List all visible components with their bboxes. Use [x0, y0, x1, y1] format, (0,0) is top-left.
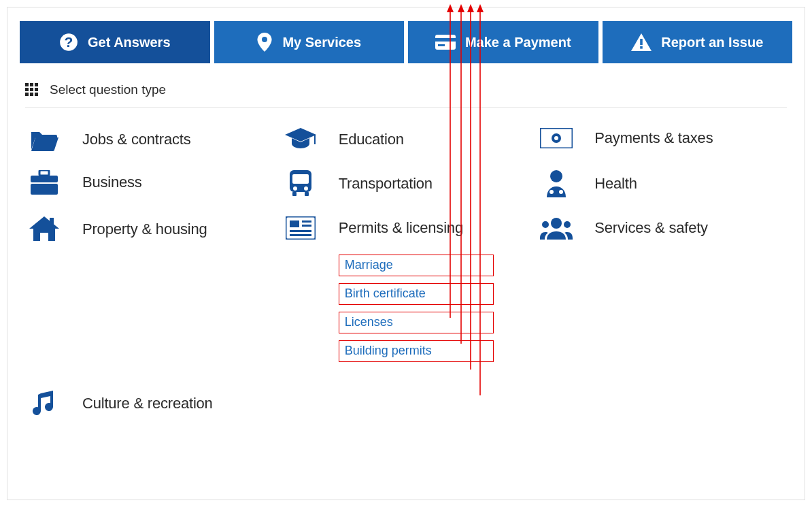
tab-label: Report an Issue	[661, 35, 763, 50]
users-icon	[540, 216, 573, 240]
category-property[interactable]: Property & housing	[25, 216, 275, 242]
tab-make-payment[interactable]: Make a Payment	[408, 21, 598, 63]
category-label: Transportation	[339, 175, 433, 193]
svg-rect-5	[438, 44, 445, 46]
category-label: Property & housing	[82, 220, 207, 238]
warning-icon	[631, 33, 652, 51]
permits-sublinks: Marriage Birth certificate Licenses Buil…	[339, 255, 531, 362]
money-bill-icon	[540, 128, 573, 148]
svg-rect-21	[39, 170, 49, 176]
svg-rect-36	[302, 220, 311, 223]
svg-rect-13	[35, 88, 38, 91]
svg-rect-9	[30, 83, 33, 86]
svg-rect-8	[25, 83, 29, 86]
grid-icon	[25, 83, 39, 97]
svg-rect-37	[302, 225, 311, 227]
category-payments[interactable]: Payments & taxes	[537, 128, 787, 148]
svg-rect-17	[314, 135, 316, 144]
category-education[interactable]: Education	[282, 128, 531, 151]
svg-point-26	[293, 186, 297, 191]
category-label: Services & safety	[594, 219, 708, 237]
newspaper-icon	[286, 216, 316, 240]
sublink-marriage[interactable]: Marriage	[339, 255, 494, 276]
category-label: Payments & taxes	[594, 129, 713, 147]
svg-point-40	[551, 218, 562, 229]
graduation-cap-icon	[285, 128, 316, 151]
selector-label: Select question type	[50, 82, 166, 97]
question-type-selector[interactable]: Select question type	[25, 82, 787, 108]
svg-rect-33	[50, 218, 54, 225]
category-label: Education	[339, 131, 404, 148]
svg-rect-4	[435, 38, 456, 42]
svg-point-30	[550, 170, 562, 182]
svg-rect-14	[25, 93, 29, 96]
svg-point-31	[549, 190, 554, 194]
music-note-icon	[33, 391, 56, 416]
svg-rect-22	[31, 176, 58, 182]
category-permits[interactable]: Permits & licensing	[282, 216, 531, 240]
category-health[interactable]: Health	[537, 170, 787, 197]
category-label: Health	[594, 175, 637, 193]
svg-point-42	[564, 221, 571, 228]
question-circle-icon: ?	[59, 33, 78, 52]
folder-open-icon	[30, 128, 58, 151]
svg-rect-12	[30, 88, 33, 91]
sublink-building[interactable]: Building permits	[339, 340, 494, 362]
svg-point-41	[542, 221, 549, 228]
svg-rect-6	[640, 39, 643, 45]
svg-rect-16	[35, 93, 38, 96]
svg-rect-10	[35, 83, 38, 86]
svg-rect-25	[292, 174, 309, 184]
category-label: Permits & licensing	[339, 219, 463, 237]
category-label: Culture & recreation	[82, 395, 213, 412]
svg-rect-39	[290, 234, 311, 236]
map-pin-icon	[256, 33, 273, 52]
category-culture[interactable]: Culture & recreation	[25, 391, 787, 416]
svg-rect-38	[290, 230, 311, 232]
svg-rect-7	[640, 46, 643, 49]
tab-label: Get Answers	[88, 35, 171, 50]
category-transportation[interactable]: Transportation	[282, 170, 531, 197]
tab-report-issue[interactable]: Report an Issue	[603, 21, 793, 63]
main-panel: ? Get Answers My Services Make a Payment…	[7, 7, 805, 500]
svg-rect-3	[435, 35, 456, 50]
briefcase-icon	[31, 170, 58, 195]
svg-rect-35	[290, 220, 299, 227]
svg-rect-23	[31, 184, 58, 195]
svg-text:?: ?	[65, 34, 73, 50]
svg-rect-15	[30, 93, 33, 96]
top-tabs: ? Get Answers My Services Make a Payment…	[20, 21, 792, 63]
category-label: Business	[82, 174, 142, 191]
house-icon	[29, 216, 59, 242]
tab-get-answers[interactable]: ? Get Answers	[20, 21, 210, 63]
category-business[interactable]: Business	[25, 170, 275, 195]
tab-label: Make a Payment	[465, 35, 571, 50]
doctor-icon	[544, 170, 569, 197]
tab-my-services[interactable]: My Services	[214, 21, 405, 63]
category-grid: Jobs & contracts Education Payments & ta…	[25, 128, 787, 362]
credit-card-icon	[435, 35, 456, 50]
svg-point-20	[554, 136, 558, 140]
sublink-licenses[interactable]: Licenses	[339, 312, 494, 333]
svg-point-27	[304, 186, 308, 191]
category-jobs[interactable]: Jobs & contracts	[25, 128, 275, 151]
svg-rect-11	[25, 88, 29, 91]
bus-icon	[288, 170, 313, 197]
svg-rect-28	[292, 192, 297, 196]
tab-label: My Services	[282, 35, 361, 50]
svg-rect-29	[305, 192, 309, 196]
sublink-birth[interactable]: Birth certificate	[339, 283, 494, 305]
category-label: Jobs & contracts	[82, 131, 190, 148]
svg-point-32	[559, 190, 563, 194]
svg-point-2	[262, 37, 267, 42]
category-services[interactable]: Services & safety	[537, 216, 787, 240]
